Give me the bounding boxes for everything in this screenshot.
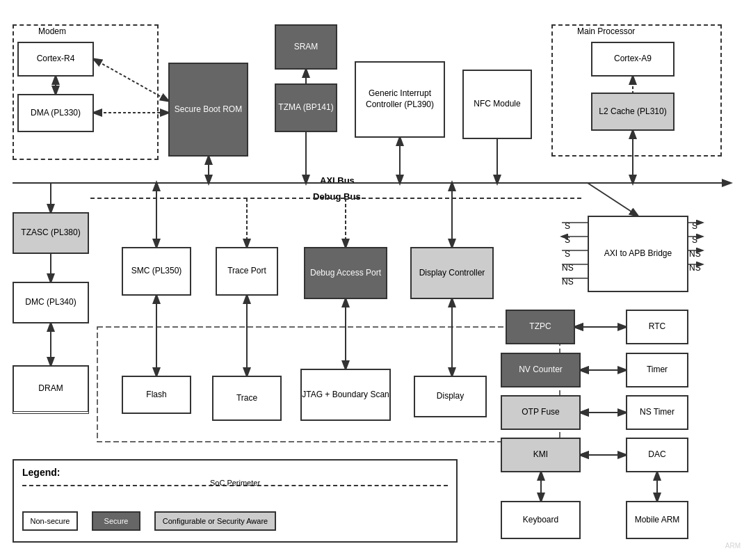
dram-box: DRAM	[13, 365, 89, 414]
legend-box: Legend: SoC Perimeter Non-secure Secure …	[13, 459, 458, 543]
l2-cache-box: L2 Cache (PL310)	[591, 93, 675, 131]
non-secure-legend: Non-secure	[22, 511, 78, 531]
axi-bus-label: AXI Bus	[320, 175, 355, 186]
configurable-legend: Configurable or Security Aware	[154, 511, 276, 531]
display-box: Display	[414, 376, 487, 417]
dma-box: DMA (PL330)	[17, 94, 94, 132]
timer-box: Timer	[626, 353, 688, 387]
smc-box: SMC (PL350)	[122, 247, 191, 296]
trace-box: Trace	[212, 376, 282, 421]
soc-perimeter-label: SoC Perimeter	[210, 478, 260, 488]
display-controller-box: Display Controller	[410, 247, 494, 299]
diagram-container: Modem Cortex-R4 DMA (PL330) Secure Boot …	[0, 0, 751, 560]
sram-box: SRAM	[275, 24, 337, 70]
secure-boot-rom-box: Secure Boot ROM	[168, 63, 248, 157]
cortex-r4-box: Cortex-R4	[17, 42, 94, 77]
ns4-label: NS	[689, 263, 701, 273]
nfc-module-box: NFC Module	[462, 70, 532, 139]
nv-counter-box: NV Counter	[501, 353, 581, 387]
axi-apb-bridge-box: AXI to APB Bridge	[588, 216, 688, 292]
ns1-label: NS	[562, 263, 574, 273]
dmc-box: DMC (PL340)	[13, 282, 89, 323]
s4-label: S	[692, 221, 697, 231]
keyboard-box: Keyboard	[501, 501, 581, 539]
trace-port-box: Trace Port	[216, 247, 278, 296]
watermark: ARM	[725, 542, 741, 550]
ns-timer-box: NS Timer	[626, 395, 688, 430]
tzma-box: TZMA (BP141)	[275, 83, 337, 132]
mobile-arm-box: Mobile ARM	[626, 501, 688, 539]
tzasc-box: TZASC (PL380)	[13, 212, 89, 254]
jtag-box: JTAG + Boundary Scan	[300, 369, 391, 421]
secure-legend: Secure	[92, 511, 140, 531]
generic-interrupt-box: Generic Interrupt Controller (PL390)	[355, 61, 445, 138]
cortex-a9-box: Cortex-A9	[591, 42, 675, 77]
s5-label: S	[692, 235, 697, 245]
debug-bus-label: Debug Bus	[313, 191, 361, 202]
s2-label: S	[565, 235, 570, 245]
debug-access-port-box: Debug Access Port	[304, 247, 387, 299]
s3-label: S	[565, 249, 570, 259]
s1-label: S	[565, 221, 570, 231]
ns3-label: NS	[689, 249, 701, 259]
kmi-box: KMI	[501, 438, 581, 472]
dac-box: DAC	[626, 438, 688, 472]
ns2-label: NS	[562, 277, 574, 287]
legend-items: Non-secure Secure Configurable or Securi…	[22, 511, 276, 531]
flash-box: Flash	[122, 376, 191, 414]
otp-fuse-box: OTP Fuse	[501, 395, 581, 430]
tzpc-box: TZPC	[506, 310, 575, 344]
legend-label: Legend:	[22, 466, 60, 479]
svg-line-22	[588, 183, 638, 216]
rtc-box: RTC	[626, 310, 688, 344]
